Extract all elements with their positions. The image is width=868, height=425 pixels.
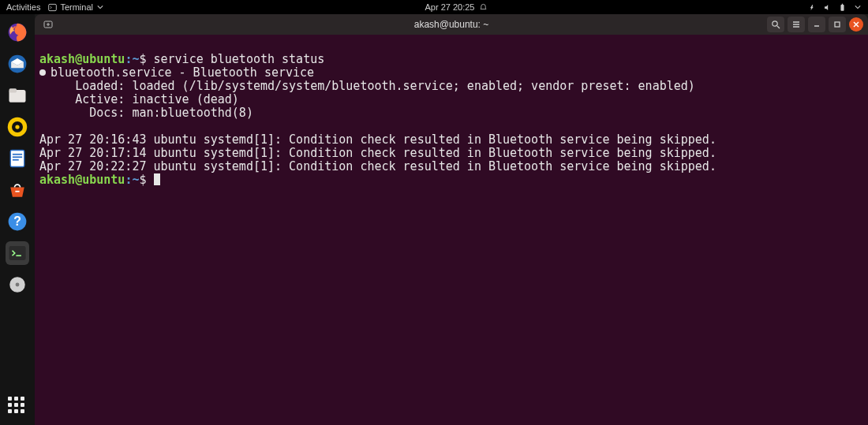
chevron-down-icon [853,3,862,12]
svg-rect-12 [13,154,22,155]
window-titlebar[interactable]: akash@ubuntu: ~ [35,14,868,35]
app-menu-label: Terminal [60,2,93,12]
svg-text:?: ? [13,214,21,228]
battery-icon [838,3,847,12]
dock-thunderbird[interactable] [6,52,29,76]
service-status-dot [39,69,46,76]
bell-icon [479,3,488,12]
svg-point-9 [15,125,19,129]
output-loaded: Loaded: loaded (/lib/systemd/system/blue… [39,79,695,93]
prompt-symbol: $ [139,52,146,66]
chevron-down-icon [96,3,105,12]
terminal-icon [48,3,57,12]
maximize-button[interactable] [829,17,846,32]
terminal-window: akash@ubuntu: ~ akash@ubuntu:~$ service … [35,14,868,425]
dock-terminal[interactable] [6,241,29,265]
svg-rect-1 [840,5,844,11]
svg-rect-15 [15,191,19,192]
terminal-content[interactable]: akash@ubuntu:~$ service bluetooth status… [35,35,868,425]
output-log: Apr 27 20:17:14 ubuntu systemd[1]: Condi… [39,146,716,160]
svg-rect-13 [13,156,22,158]
app-menu[interactable]: Terminal [48,2,105,12]
system-tray[interactable] [808,3,862,12]
close-button[interactable] [849,17,863,32]
output-service: bluetooth.service - Bluetooth service [51,65,314,80]
dock-ubuntu-software[interactable] [6,178,29,202]
svg-point-21 [16,283,20,287]
dock: ? [0,14,35,425]
volume-icon [823,3,832,12]
svg-rect-0 [49,4,57,10]
gnome-topbar: Activities Terminal Apr 27 20:25 [0,0,868,14]
svg-rect-18 [9,246,25,260]
dock-libreoffice-writer[interactable] [6,147,29,170]
dock-rhythmbox[interactable] [6,115,29,139]
svg-rect-6 [9,88,17,92]
svg-rect-14 [13,159,19,161]
output-log: Apr 27 20:22:27 ubuntu systemd[1]: Condi… [39,159,716,173]
activities-button[interactable]: Activities [6,2,40,12]
svg-rect-2 [842,3,843,4]
output-docs: Docs: man:bluetoothd(8) [39,106,253,120]
network-icon [808,3,817,12]
dock-firefox[interactable] [6,21,29,44]
prompt-user: akash@ubuntu [39,173,125,187]
svg-rect-19 [16,255,21,256]
svg-rect-24 [835,22,840,27]
prompt-symbol: $ [139,173,146,187]
prompt-user: akash@ubuntu [39,52,125,66]
search-button[interactable] [767,17,784,32]
svg-rect-10 [10,151,24,167]
output-log: Apr 27 20:16:43 ubuntu systemd[1]: Condi… [39,132,716,147]
output-active: Active: inactive (dead) [39,92,239,106]
minimize-button[interactable] [808,17,825,32]
terminal-cursor [154,173,160,185]
show-applications-button[interactable] [8,397,27,416]
command-line: service bluetooth status [154,52,325,66]
svg-point-23 [773,21,777,26]
clock[interactable]: Apr 27 20:25 [425,2,474,12]
dock-files[interactable] [6,84,29,107]
dock-disk[interactable] [6,273,29,296]
dock-help[interactable]: ? [6,210,29,233]
window-title: akash@ubuntu: ~ [35,19,868,30]
hamburger-menu-button[interactable] [788,17,805,32]
new-tab-button[interactable] [39,17,57,32]
